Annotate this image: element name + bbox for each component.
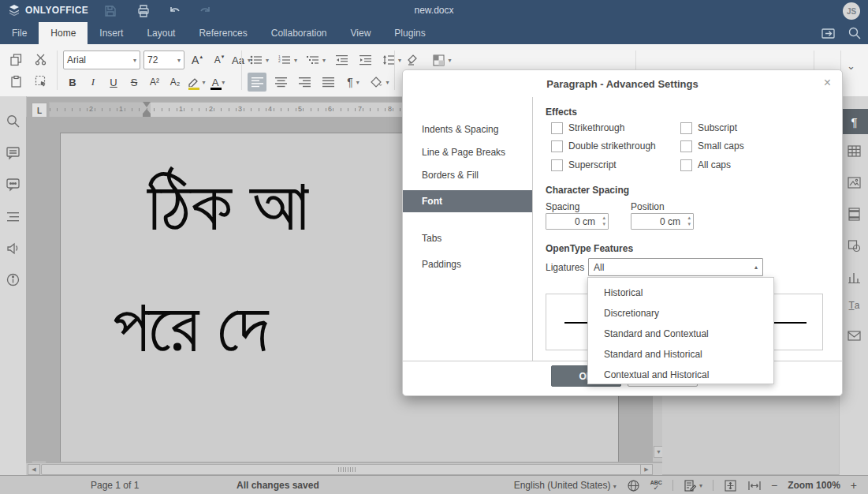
subscript-checkbox[interactable] [680,122,692,134]
position-spinner[interactable]: 0 cm ▴▾ [631,213,694,230]
italic-button[interactable]: I [84,73,102,92]
align-right-button[interactable] [295,73,314,92]
nav-tabs[interactable]: Tabs [403,227,532,249]
font-color-bar [210,88,222,90]
option-historical[interactable]: Historical [588,283,773,303]
scroll-left-icon[interactable]: ◀ [28,464,40,475]
spinner-arrows-icon[interactable]: ▴▾ [602,215,605,227]
ligatures-select[interactable]: All ▴ [588,258,763,276]
strikethrough-button[interactable]: S [125,73,143,92]
small-caps-checkbox[interactable] [680,140,692,152]
page-number-status[interactable]: Page 1 of 1 [91,480,139,491]
character-spacing-section-title: Character Spacing [546,185,629,196]
mail-merge-icon[interactable] [847,328,862,343]
track-changes-icon[interactable]: ▾ [684,479,702,492]
option-standard-historical[interactable]: Standard and Historical [588,344,773,365]
zoom-out-button[interactable]: − [771,479,777,492]
chat-icon[interactable] [6,177,20,192]
align-left-button[interactable] [248,73,266,92]
user-avatar[interactable]: JS [843,2,860,20]
spacing-spinner[interactable]: 0 cm ▴▾ [546,213,609,230]
search-icon-header[interactable] [848,26,862,40]
decrease-indent-icon[interactable] [333,51,352,69]
align-center-button[interactable] [271,73,290,92]
highlight-color-button[interactable]: ▾ [186,73,207,92]
spinner-arrows-icon[interactable]: ▴▾ [687,215,691,227]
increase-font-icon[interactable]: A▴ [188,51,207,69]
increase-indent-icon[interactable] [356,51,375,69]
tab-insert[interactable]: Insert [88,22,135,44]
fit-width-icon[interactable] [747,479,761,492]
tab-collaboration[interactable]: Collaboration [259,22,339,44]
open-file-location-icon[interactable] [821,26,835,40]
spellcheck-icon[interactable]: ABC✓ [650,480,662,491]
font-name-select[interactable]: Arial▾ [63,51,140,69]
bullet-list-icon[interactable]: ▾ [248,51,271,69]
font-size-select[interactable]: 72▾ [143,51,184,69]
close-icon[interactable]: × [824,76,831,90]
find-icon[interactable] [6,114,20,129]
font-color-button[interactable]: A ▾ [208,73,229,92]
nonprinting-chars-icon[interactable]: ¶▾ [342,73,364,92]
nav-borders-fill[interactable]: Borders & Fill [403,164,532,186]
shape-settings-icon[interactable] [847,238,862,253]
collapse-toolbar-icon[interactable]: ⌄ [847,60,855,72]
cut-icon[interactable] [32,50,50,69]
tab-layout[interactable]: Layout [135,22,187,44]
comments-icon[interactable] [6,145,20,160]
image-settings-icon[interactable] [847,175,862,190]
select-all-icon[interactable] [32,72,50,91]
text-art-settings-icon[interactable]: T̲a [847,300,862,315]
justify-button[interactable] [319,73,337,92]
copy-icon[interactable] [6,50,25,69]
navigation-headings-icon[interactable] [6,209,20,224]
strikethrough-checkbox[interactable] [551,122,563,134]
tab-view[interactable]: View [339,22,383,44]
all-caps-checkbox[interactable] [680,159,692,171]
subscript-button[interactable]: A₂ [166,73,184,92]
zoom-value[interactable]: Zoom 100% [788,480,840,491]
scroll-right-icon[interactable]: ▶ [640,464,653,475]
save-status: All changes saved [237,480,319,491]
option-standard-contextual[interactable]: Standard and Contextual [588,324,773,344]
bold-button[interactable]: B [63,73,82,92]
tab-file[interactable]: File [0,22,39,44]
horizontal-scrollbar[interactable]: ◀ ▶ [26,462,662,475]
nav-line-page-breaks[interactable]: Line & Page Breaks [403,141,532,163]
multilevel-list-icon[interactable]: ▾ [304,51,328,69]
nav-paddings[interactable]: Paddings [403,253,532,275]
line-spacing-icon[interactable]: ▾ [380,51,404,69]
paste-icon[interactable] [6,72,25,91]
table-cell-color-icon[interactable]: ▾ [430,51,454,69]
tab-home[interactable]: Home [39,22,88,44]
zoom-in-button[interactable]: + [851,479,857,492]
feedback-icon[interactable] [6,241,20,256]
header-footer-settings-icon[interactable] [847,207,862,222]
horizontal-scroll-thumb[interactable] [41,464,653,475]
numbered-list-icon[interactable]: 12▾ [276,51,300,69]
paragraph-settings-icon[interactable]: ¶ [840,109,868,134]
position-label: Position [631,201,665,212]
nav-indents-spacing[interactable]: Indents & Spacing [403,118,532,140]
double-strikethrough-checkbox[interactable] [551,140,563,152]
underline-button[interactable]: U [104,73,123,92]
superscript-checkbox[interactable] [551,159,563,171]
chart-settings-icon[interactable] [847,270,862,285]
tab-stop-selector[interactable]: L [32,103,47,118]
language-selector[interactable]: English (United States) ▾ [514,480,617,491]
clear-style-icon[interactable] [404,51,423,69]
about-icon[interactable] [6,272,20,287]
first-line-indent-marker[interactable] [143,102,151,107]
paragraph-shading-icon[interactable]: ▾ [369,73,391,92]
option-discretionary[interactable]: Discretionary [588,303,773,324]
fit-page-icon[interactable] [724,479,737,492]
superscript-button[interactable]: A² [145,73,164,92]
decrease-font-icon[interactable]: A▾ [210,51,229,69]
table-settings-icon[interactable] [847,144,862,159]
nav-font[interactable]: Font [403,190,532,212]
option-contextual-historical[interactable]: Contextual and Historical [588,365,773,385]
tab-plugins[interactable]: Plugins [382,22,437,44]
effects-section-title: Effects [546,107,577,118]
set-language-globe-icon[interactable] [627,479,640,492]
tab-references[interactable]: References [187,22,259,44]
